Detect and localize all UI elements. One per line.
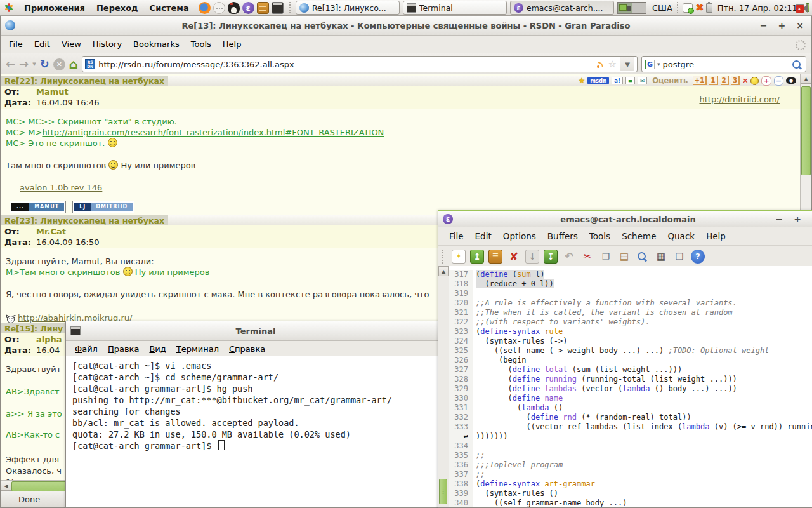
menu-item-bookmarks[interactable]: Bookmarks xyxy=(128,37,185,51)
emacs-icon[interactable] xyxy=(242,2,254,14)
menu-item-view[interactable]: View xyxy=(56,37,87,51)
scroll-up-icon[interactable]: ▲ xyxy=(438,266,449,276)
cut-icon[interactable]: ✂ xyxy=(580,250,594,264)
menu-item-help[interactable]: Help xyxy=(700,229,731,243)
search-input[interactable]: postgre xyxy=(663,60,790,69)
author-link[interactable]: alpha xyxy=(36,335,62,344)
task-firefox[interactable]: Re[13]: Линуксо... xyxy=(296,1,400,15)
emacs-titlebar[interactable]: emacs@cat-arch.localdomain − + xyxy=(438,210,812,227)
menu-item-options[interactable]: Options xyxy=(497,229,542,243)
scrollbar-thumb[interactable] xyxy=(801,86,811,175)
code-editor[interactable]: 317(define (sum l)318 (reduce + 0 l))319… xyxy=(449,266,812,507)
penguin-icon[interactable] xyxy=(228,2,240,14)
menu-item-history[interactable]: History xyxy=(87,37,128,51)
save-as-icon[interactable]: ↧ xyxy=(544,250,558,264)
author-link[interactable]: Mamut xyxy=(36,87,69,97)
menu-item-buffers[interactable]: Buffers xyxy=(542,229,584,243)
url-bar[interactable]: RS DN http://rsdn.ru/forum/message/33633… xyxy=(82,56,638,72)
maximize-button[interactable]: + xyxy=(794,214,801,224)
messenger-tray-icon[interactable] xyxy=(683,3,693,13)
msdn-badge[interactable]: msdn xyxy=(587,77,609,84)
menu-item-tools[interactable]: Tools xyxy=(584,229,616,243)
keyboard-layout-indicator[interactable]: США xyxy=(652,3,672,13)
tray-x-icon[interactable]: ✖ xyxy=(695,3,704,13)
terminal-titlebar[interactable]: Terminal xyxy=(66,321,445,341)
menu-item-tools[interactable]: Tools xyxy=(185,37,217,51)
rss-feed-icon[interactable] xyxy=(596,60,605,69)
mamut-badge[interactable]: ...MAMUT xyxy=(10,201,66,213)
menu-item-справка[interactable]: Справка xyxy=(224,343,270,355)
workspace-1[interactable] xyxy=(618,3,632,13)
menu-item-file[interactable]: File xyxy=(3,37,29,51)
back-button[interactable]: ← xyxy=(6,57,15,71)
main-menu-icon[interactable] xyxy=(3,2,15,13)
history-dropdown-icon[interactable]: ▾ xyxy=(32,57,36,71)
forward-button[interactable]: → xyxy=(19,57,29,71)
menu-item-правка[interactable]: Правка xyxy=(103,343,144,355)
panel-separator[interactable] xyxy=(289,2,291,13)
home-button[interactable]: ⌂ xyxy=(69,57,78,71)
close-buffer-icon[interactable]: ✘ xyxy=(507,250,521,264)
menu-item-file[interactable]: File xyxy=(443,229,469,243)
scroll-left-icon[interactable]: ◀ xyxy=(1,481,11,491)
scrollbar-thumb[interactable] xyxy=(439,479,447,504)
favorite-star-icon[interactable]: ★ xyxy=(578,76,585,85)
terminal-screen[interactable]: [cat@cat-arch ~]$ vi .emacs[cat@cat-arch… xyxy=(66,356,445,507)
task-terminal[interactable]: Terminal xyxy=(403,1,507,15)
maximize-button[interactable]: + xyxy=(778,20,786,30)
message-title[interactable]: Re[22]: Линуксокапец на нетбуках xyxy=(1,76,168,86)
open-file-icon[interactable]: ↥ xyxy=(470,250,484,264)
moderation-icon[interactable]: ● xyxy=(786,77,796,84)
signature-link[interactable]: avalon 1.0b rev 146 xyxy=(20,183,102,192)
rate-delete-icon[interactable]: ✕ xyxy=(742,77,748,85)
task-emacs[interactable]: emacs@cat-arch.... xyxy=(510,1,614,15)
firefox-titlebar[interactable]: Re[13]: Линуксокапец на нетбуках - Компь… xyxy=(1,16,811,36)
dired-icon[interactable]: ☰ xyxy=(488,250,502,264)
url-text[interactable]: http://rsdn.ru/forum/message/3363362.all… xyxy=(98,60,593,69)
search-icon[interactable] xyxy=(636,250,650,264)
rate-disagree-icon[interactable]: − xyxy=(774,76,783,86)
print-icon[interactable]: ▦ xyxy=(654,250,668,264)
search-bar[interactable]: G ▾ postgre xyxy=(641,56,806,72)
list-view-icon[interactable]: ≣ xyxy=(625,77,635,84)
toolbar-handle[interactable] xyxy=(442,250,446,264)
rate-label[interactable]: Оценить xyxy=(652,76,688,85)
battery-icon[interactable] xyxy=(706,3,712,13)
paste-icon[interactable]: ▤ xyxy=(617,250,631,264)
search-go-icon[interactable] xyxy=(792,60,801,69)
minimize-button[interactable]: − xyxy=(776,214,783,224)
menu-item-приложения[interactable]: Приложения xyxy=(18,3,91,13)
rate-plus1-button[interactable]: +1 xyxy=(693,76,707,85)
rate-smile-icon[interactable] xyxy=(750,77,759,85)
quoted-link[interactable]: http://antigrain.com/research/font_raste… xyxy=(42,128,384,137)
engine-dropdown-icon[interactable]: ▾ xyxy=(657,61,660,67)
author-homepage-link[interactable]: http://dmitriid.com/ xyxy=(699,95,780,104)
workspace-2[interactable] xyxy=(632,3,646,13)
terminal-icon[interactable] xyxy=(272,2,284,14)
close-button[interactable]: × xyxy=(796,20,804,30)
menu-item-файл[interactable]: Файл xyxy=(70,343,103,355)
rate-2-button[interactable]: 2 xyxy=(721,76,729,85)
new-file-icon[interactable]: ✶ xyxy=(452,250,466,264)
flat-view-icon[interactable]: a! xyxy=(612,77,623,84)
bookmark-star-icon[interactable]: ☆ xyxy=(608,58,617,70)
clock[interactable]: Птн, 17 Апр, 02:11 xyxy=(717,3,797,13)
menu-item-edit[interactable]: Edit xyxy=(29,37,56,51)
author-link[interactable]: Mr.Cat xyxy=(36,227,66,236)
menu-item-scheme[interactable]: Scheme xyxy=(616,229,662,243)
rate-3-button[interactable]: 3 xyxy=(731,76,740,85)
google-engine-icon[interactable]: G xyxy=(645,60,655,69)
menu-item-система[interactable]: Система xyxy=(144,3,195,13)
minimize-button[interactable]: − xyxy=(760,20,768,30)
stop-button[interactable]: ✕ xyxy=(53,58,65,70)
menu-item-терминал[interactable]: Терминал xyxy=(171,343,224,355)
url-dropdown-icon[interactable]: ▼ xyxy=(620,57,634,71)
menu-item-edit[interactable]: Edit xyxy=(469,229,497,243)
menu-item-quack[interactable]: Quack xyxy=(662,229,700,243)
rate-agree-icon[interactable]: + xyxy=(761,76,771,86)
emacs-scrollbar[interactable]: ▲ xyxy=(438,266,449,507)
reply-icon[interactable]: ✉ xyxy=(638,77,647,84)
customize-icon[interactable]: ❒ xyxy=(672,250,686,264)
menu-item-переход[interactable]: Переход xyxy=(91,3,144,13)
firefox-icon[interactable] xyxy=(199,2,211,14)
